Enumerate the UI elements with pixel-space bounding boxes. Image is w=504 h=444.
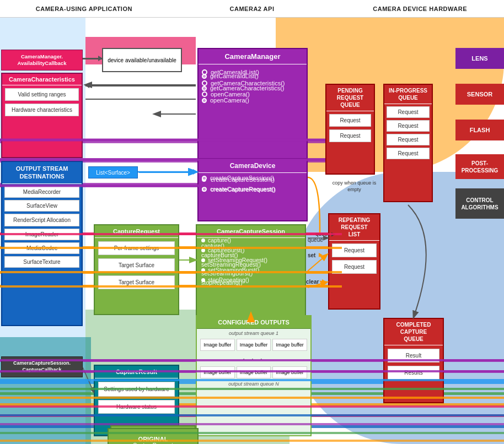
image-buffer-6: Image buffer xyxy=(272,366,307,378)
control-algorithms-label: CONTROLALGORITHMS xyxy=(455,188,504,219)
render-script-box: RenderScript Allocation xyxy=(4,214,79,226)
request-pending-1: Request xyxy=(329,114,371,127)
camera-capture-session-methods: capture() captureBurst() setStreamingReq… xyxy=(201,237,306,283)
arrow-list-surface xyxy=(139,171,197,173)
device-available-box: device available/unavailable xyxy=(102,48,182,72)
camera-manager-callback: CameraManager. AvailabilityCallback xyxy=(1,50,83,71)
camera-characteristics-box: CameraCharacteristics Valid setting rang… xyxy=(1,73,83,158)
request-inprog-1: Request xyxy=(387,106,430,118)
completed-capture-queue: COMPLETEDCAPTUREQUEUE Result Results xyxy=(383,318,444,403)
camera-manager-methods: getCameraIdList() getCameraCharacteristi… xyxy=(202,73,307,104)
request-rep-2: Request xyxy=(332,260,377,274)
camera-device-methods: createCaptureSession() createCaptureRequ… xyxy=(202,175,307,192)
hardware-status-box: Hardware status xyxy=(98,400,175,414)
request-inprog-4: Request xyxy=(387,148,430,159)
clear-label: clear xyxy=(306,279,326,285)
diagram: LENS SENSOR FLASH POST-PROCESSING CONTRO… xyxy=(0,18,504,444)
pending-request-queue: PENDINGREQUESTQUEUE Request Request xyxy=(325,84,375,175)
media-recorder-box: MediaRecorder xyxy=(4,186,79,198)
configured-outputs-box: CONFIGURED OUTPUTS output stream queue 1… xyxy=(196,315,312,436)
camera-capture-callback: CameraCaptureSession. CaptureCallback xyxy=(1,356,83,377)
result-box: Result xyxy=(388,349,439,362)
image-buffer-1: Image buffer xyxy=(200,339,235,351)
arrow-getcamera-id xyxy=(85,85,196,86)
surface-texture-box: SurfaceTexture xyxy=(4,256,79,268)
header-col2: CAMERA2 API xyxy=(168,6,336,12)
header-col3: CAMERA DEVICE HARDWARE xyxy=(336,6,504,12)
per-frame-settings-box: Per-frame settings xyxy=(98,241,175,255)
lens-label: LENS xyxy=(455,48,504,69)
header-col1: CAMERA-USING APPLICATION xyxy=(0,6,168,12)
output-stream-destinations-box: OUTPUT STREAM DESTINATIONS MediaRecorder… xyxy=(1,161,83,326)
queue-text: queue xyxy=(308,237,323,243)
target-surface-2-box: Target Surface xyxy=(98,275,175,289)
original-capture-request-box: ORIGINAL CaptureRequest xyxy=(108,428,199,444)
sensor-label: SENSOR xyxy=(455,84,504,105)
request-pending-2: Request xyxy=(329,129,371,142)
in-progress-queue: IN-PROGRESSQUEUE Request Request Request… xyxy=(383,84,433,202)
dots-label: · · · xyxy=(197,352,310,365)
copy-when-label: copy when queue is empty xyxy=(325,180,383,193)
arrow-callback-device xyxy=(83,58,102,59)
camera-manager-box: CameraManager getCameraIdList() getCamer… xyxy=(197,48,308,172)
image-reader-box: ImageReader xyxy=(4,229,79,240)
image-buffer-3: Image buffer xyxy=(272,339,307,351)
header: CAMERA-USING APPLICATION CAMERA2 API CAM… xyxy=(0,0,504,18)
output-stream-queue1-label: output stream queue 1 xyxy=(197,329,310,338)
request-rep-1: Request xyxy=(332,243,377,257)
image-buffer-5: Image buffer xyxy=(237,366,271,378)
post-processing-label: POST-PROCESSING xyxy=(455,154,504,179)
capture-request-box: CaptureRequest Per-frame settings Target… xyxy=(94,224,179,315)
valid-setting-ranges-box: Valid setting ranges xyxy=(5,88,79,101)
media-codec-box: MediaCodec xyxy=(4,242,79,254)
image-buffer-4: Image buffer xyxy=(200,366,235,378)
output-stream-queueN-label: output stream queue N xyxy=(197,380,310,388)
hardware-characteristics-box: Hardware characteristics xyxy=(5,104,79,116)
image-buffer-2: Image buffer xyxy=(237,339,271,351)
queue-arrow-label: queue ▶ xyxy=(315,231,335,237)
settings-used-box: Settings used by hardware xyxy=(98,382,175,397)
results-box: Results xyxy=(388,366,439,380)
surface-view-box: SurfaceView xyxy=(4,200,79,212)
target-surface-1-box: Target Surface xyxy=(98,258,175,272)
repeating-request-list: REPEATINGREQUESTLIST Request Request xyxy=(328,213,380,310)
flash-label: FLASH xyxy=(455,120,504,140)
request-inprog-3: Request xyxy=(387,134,430,145)
request-inprog-2: Request xyxy=(387,120,430,132)
set-label: set xyxy=(308,252,323,258)
list-surface-label: List<Surface> xyxy=(88,166,138,178)
